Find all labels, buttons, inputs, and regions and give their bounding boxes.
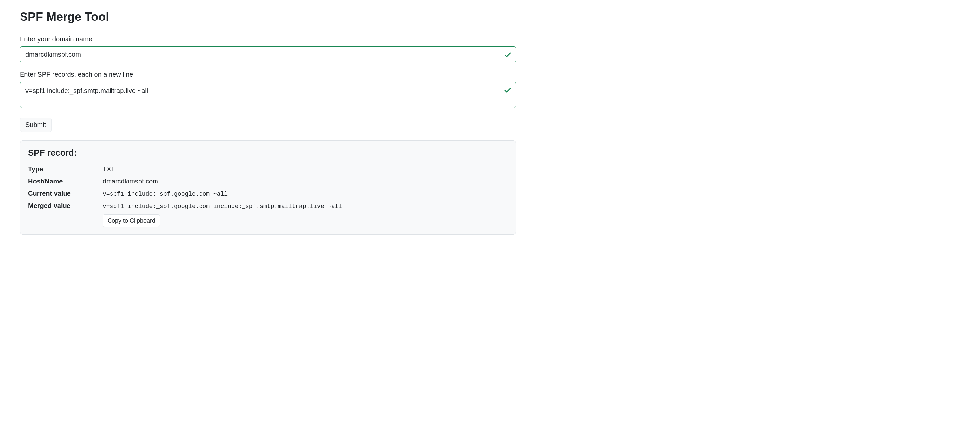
domain-label: Enter your domain name bbox=[20, 35, 516, 43]
page-title: SPF Merge Tool bbox=[20, 10, 516, 24]
result-heading: SPF record: bbox=[28, 148, 508, 158]
host-label: Host/Name bbox=[28, 178, 103, 185]
type-value: TXT bbox=[103, 165, 115, 173]
check-icon bbox=[504, 51, 512, 59]
domain-input-wrap bbox=[20, 46, 516, 62]
check-icon bbox=[504, 86, 512, 94]
records-group: Enter SPF records, each on a new line bbox=[20, 71, 516, 110]
current-label: Current value bbox=[28, 190, 103, 197]
host-row: Host/Name dmarcdkimspf.com bbox=[28, 178, 508, 185]
domain-input[interactable] bbox=[20, 46, 516, 62]
current-row: Current value v=spf1 include:_spf.google… bbox=[28, 190, 508, 197]
type-label: Type bbox=[28, 165, 103, 173]
current-value: v=spf1 include:_spf.google.com ~all bbox=[103, 191, 228, 197]
submit-button[interactable]: Submit bbox=[20, 118, 52, 132]
domain-group: Enter your domain name bbox=[20, 35, 516, 62]
copy-row: Copy to Clipboard bbox=[103, 214, 508, 227]
type-row: Type TXT bbox=[28, 165, 508, 173]
merged-value: v=spf1 include:_spf.google.com include:_… bbox=[103, 203, 342, 210]
copy-button[interactable]: Copy to Clipboard bbox=[103, 214, 160, 227]
merged-label: Merged value bbox=[28, 202, 103, 210]
main-container: SPF Merge Tool Enter your domain name En… bbox=[20, 10, 516, 235]
records-input-wrap bbox=[20, 82, 516, 110]
records-label: Enter SPF records, each on a new line bbox=[20, 71, 516, 78]
host-value: dmarcdkimspf.com bbox=[103, 178, 158, 185]
records-textarea[interactable] bbox=[20, 82, 516, 108]
result-card: SPF record: Type TXT Host/Name dmarcdkim… bbox=[20, 140, 516, 235]
merged-row: Merged value v=spf1 include:_spf.google.… bbox=[28, 202, 508, 210]
